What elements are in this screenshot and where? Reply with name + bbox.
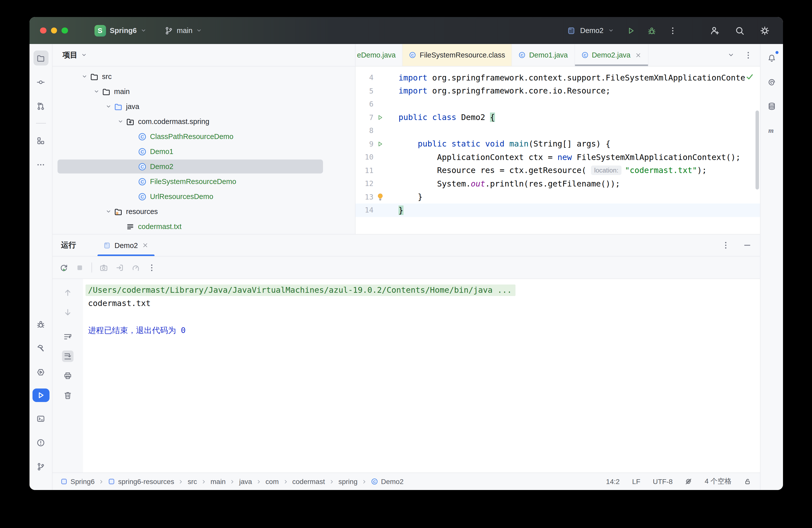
tree-item-codermast-txt[interactable]: codermast.txt xyxy=(53,219,355,234)
tree-item-main[interactable]: main xyxy=(53,84,355,99)
minimize-window-button[interactable] xyxy=(51,28,57,34)
close-icon[interactable] xyxy=(142,242,148,249)
breadcrumb-item-demo2[interactable]: CDemo2 xyxy=(371,478,404,485)
tool-stripe-button-problems[interactable] xyxy=(33,435,48,450)
breadcrumb-item-spring[interactable]: spring xyxy=(338,478,358,485)
console-output[interactable]: /Users/codermast/Library/Java/JavaVirtua… xyxy=(83,279,760,472)
more-options-button[interactable] xyxy=(147,263,156,272)
next-occurrence-button[interactable] xyxy=(62,307,73,318)
project-widget[interactable]: S Spring6 xyxy=(94,25,147,36)
tool-stripe-button-database[interactable] xyxy=(764,99,779,114)
tool-stripe-button-structure[interactable] xyxy=(33,133,48,148)
attach-debugger-button[interactable] xyxy=(116,263,124,272)
breadcrumb-item-src[interactable]: src xyxy=(188,478,197,485)
prev-occurrence-button[interactable] xyxy=(62,287,73,298)
run-panel-options-icon[interactable] xyxy=(722,241,730,249)
breadcrumb-label: Demo2 xyxy=(381,478,404,485)
tool-stripe-button-pull-requests[interactable] xyxy=(33,99,48,114)
more-actions-icon[interactable] xyxy=(668,26,677,35)
editor-tab-demo1-java[interactable]: CDemo1.java xyxy=(512,44,575,66)
project-panel-header[interactable]: 项目 xyxy=(53,44,355,67)
tree-chevron-icon[interactable] xyxy=(91,88,101,94)
inlay-hint: location: xyxy=(591,166,622,175)
tab-list-dropdown-icon[interactable] xyxy=(727,52,735,59)
run-line-icon[interactable] xyxy=(374,141,387,147)
code-text: System.out.println(res.getFilename()); xyxy=(387,179,620,189)
tree-item-com-codermast-spring[interactable]: com.codermast.spring xyxy=(53,114,355,129)
breadcrumb-item-main[interactable]: main xyxy=(211,478,226,485)
print-button[interactable] xyxy=(62,370,73,381)
tree-item-classpathresourcedemo[interactable]: CClassPathResourceDemo xyxy=(53,129,355,144)
tree-item-urlresourcesdemo[interactable]: CUrlResourcesDemo xyxy=(53,189,355,204)
breadcrumb-item-codermast[interactable]: codermast xyxy=(292,478,325,485)
hide-panel-icon[interactable] xyxy=(743,241,752,249)
run-line-icon[interactable] xyxy=(374,114,387,121)
tool-stripe-button-more-tools[interactable] xyxy=(33,157,48,172)
tree-item-filesystemresourcedemo[interactable]: CFileSystemResourceDemo xyxy=(53,174,355,189)
tool-stripe-button-debug[interactable] xyxy=(33,317,48,332)
branch-widget[interactable]: main xyxy=(165,26,202,35)
scrollend-icon xyxy=(63,352,72,361)
zoom-window-button[interactable] xyxy=(61,28,68,34)
breadcrumb-item-spring6[interactable]: Spring6 xyxy=(60,478,95,485)
editor-tab-demo2-java[interactable]: CDemo2.java xyxy=(575,44,649,66)
breadcrumb-item-com[interactable]: com xyxy=(265,478,279,485)
editor-tab-edemo-java[interactable]: eDemo.java xyxy=(356,44,403,66)
tool-stripe-button-commit[interactable] xyxy=(33,74,48,89)
tab-options-icon[interactable] xyxy=(744,51,753,59)
close-icon[interactable] xyxy=(635,52,641,58)
clear-all-button[interactable] xyxy=(62,390,73,401)
tool-stripe-button-run[interactable] xyxy=(32,388,49,402)
breadcrumb-item-java[interactable]: java xyxy=(239,478,252,485)
tree-chevron-icon[interactable] xyxy=(103,208,113,215)
tool-stripe-button-services[interactable] xyxy=(33,365,48,380)
scroll-to-end-button[interactable] xyxy=(62,351,73,362)
debug-button[interactable] xyxy=(648,26,656,35)
tool-stripe-button-maven[interactable]: m xyxy=(764,122,779,137)
tree-item-src[interactable]: src xyxy=(53,69,355,84)
status-read-write-lock[interactable] xyxy=(744,478,751,485)
tool-stripe-button-terminal[interactable] xyxy=(33,411,48,426)
intention-bulb-icon[interactable] xyxy=(374,193,387,201)
tree-item-demo1[interactable]: CDemo1 xyxy=(53,144,355,159)
tool-stripe-button-version-control[interactable] xyxy=(33,459,48,474)
profiler-button[interactable] xyxy=(131,263,140,272)
tool-stripe-button-spring[interactable] xyxy=(764,74,779,89)
status-caret-position[interactable]: 14:2 xyxy=(606,478,620,485)
close-window-button[interactable] xyxy=(40,28,46,34)
status-indent[interactable]: 4 个空格 xyxy=(705,477,731,486)
search-everywhere-button[interactable] xyxy=(735,26,744,35)
breadcrumb-label: spring xyxy=(338,478,358,485)
status-encoding[interactable]: UTF-8 xyxy=(653,478,672,485)
run-config-name[interactable]: Demo2 xyxy=(580,27,604,34)
inspections-ok-icon[interactable] xyxy=(745,73,754,81)
code-editor[interactable]: 4import org.springframework.context.supp… xyxy=(356,67,760,234)
status-ai-assistant-off[interactable] xyxy=(685,478,692,485)
editor-area: eDemo.javaCFileSystemResource.classCDemo… xyxy=(356,44,760,234)
run-button[interactable] xyxy=(626,26,635,35)
status-line-separator[interactable]: LF xyxy=(632,478,640,485)
run-tab-demo2[interactable]: Demo2 xyxy=(98,235,155,256)
tool-stripe-button-project-folder[interactable] xyxy=(33,50,48,65)
code-line-13: 13 } xyxy=(356,190,760,204)
settings-button[interactable] xyxy=(760,26,769,35)
soft-wrap-button[interactable] xyxy=(62,331,73,342)
breadcrumb-label: codermast xyxy=(292,478,325,485)
add-user-button[interactable] xyxy=(710,26,720,35)
thread-dump-button[interactable] xyxy=(100,263,108,272)
svg-text:C: C xyxy=(411,53,414,57)
editor-tab-filesystemresource-class[interactable]: CFileSystemResource.class xyxy=(403,44,512,66)
tool-stripe-button-build[interactable] xyxy=(33,340,48,355)
breadcrumb-item-spring6-resources[interactable]: spring6-resources xyxy=(108,478,174,485)
editor-scrollbar[interactable] xyxy=(755,111,759,190)
console-toolbar xyxy=(53,279,83,472)
tree-chevron-icon[interactable] xyxy=(79,73,89,79)
tool-stripe-button-notifications[interactable] xyxy=(764,50,779,65)
tree-item-resources[interactable]: resources xyxy=(53,204,355,219)
tree-chevron-icon[interactable] xyxy=(116,118,125,124)
rerun-button[interactable] xyxy=(59,263,68,272)
tree-item-java[interactable]: java xyxy=(53,99,355,114)
tree-item-demo2[interactable]: CDemo2 xyxy=(53,159,355,174)
stop-button[interactable] xyxy=(75,263,84,272)
tree-chevron-icon[interactable] xyxy=(103,103,113,109)
